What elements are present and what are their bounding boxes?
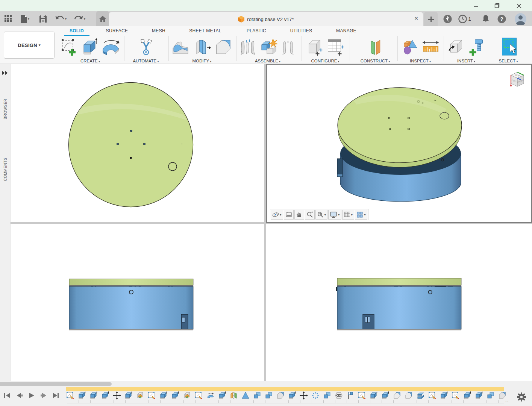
as-built-joint-icon[interactable] [281, 38, 296, 58]
timeline-settings-button[interactable] [517, 392, 526, 403]
timeline-feature-sketch[interactable] [66, 391, 75, 400]
timeline-feature-move[interactable] [300, 391, 309, 400]
zoom-button[interactable] [305, 210, 315, 220]
construction-plane-icon[interactable] [367, 38, 384, 58]
timeline-feature-extrude[interactable] [288, 391, 297, 400]
timeline-feature-pattern[interactable] [311, 391, 320, 400]
group-select-label[interactable]: SELECT [499, 59, 518, 63]
measure-icon[interactable] [401, 38, 418, 58]
timeline-feature-join[interactable] [253, 391, 262, 400]
comments-rail-label[interactable]: COMMENTS [3, 171, 8, 181]
tab-manage[interactable]: MANAGE [336, 28, 356, 33]
insert-derive-icon[interactable] [448, 38, 464, 58]
timeline-feature-fillet[interactable] [393, 391, 402, 400]
pan-button[interactable] [294, 210, 304, 220]
timeline-feature-extrude[interactable] [78, 391, 87, 400]
timeline-feature-sketch[interactable] [428, 391, 437, 400]
timeline-feature-revolve[interactable] [206, 391, 215, 400]
job-status-button[interactable]: 1 [456, 11, 474, 26]
close-button[interactable] [510, 0, 527, 11]
timeline-feature-sketch[interactable] [358, 391, 367, 400]
group-modify-label[interactable]: MODIFY [171, 59, 232, 63]
document-tab[interactable]: rotating base V2 v17* ✕ [109, 12, 423, 26]
timeline-feature-sketch[interactable] [195, 391, 204, 400]
viewport-top-view[interactable] [11, 64, 264, 222]
extrude-icon[interactable] [81, 38, 98, 58]
extensions-button[interactable] [442, 11, 453, 26]
timeline-feature-join[interactable] [265, 391, 274, 400]
redo-button[interactable]: ▾ [71, 11, 88, 26]
timeline-feature-extrude[interactable] [440, 391, 449, 400]
account-button[interactable] [514, 11, 527, 26]
create-sketch-icon[interactable] [60, 38, 77, 58]
tab-utilities[interactable]: UTILITIES [290, 28, 312, 33]
tab-surface[interactable]: SURFACE [106, 28, 128, 33]
section-analysis-ruler-icon[interactable] [422, 38, 440, 58]
viewports-button[interactable]: ▾ [355, 210, 367, 220]
timeline-feature-mirror[interactable] [230, 391, 239, 400]
app-grid-button[interactable] [2, 11, 14, 26]
new-tab-button[interactable] [424, 12, 438, 26]
viewport-iso-view[interactable]: TOP LEFT FRONT ▾ ▾ [266, 64, 532, 223]
timeline-feature-extrude[interactable] [101, 391, 110, 400]
display-settings-button[interactable]: ▾ [328, 210, 341, 220]
workspace-selector[interactable]: DESIGN [4, 32, 55, 59]
minimize-button[interactable] [467, 0, 485, 11]
timeline-feature-flag[interactable] [346, 391, 355, 400]
timeline-feature-fillet[interactable] [405, 391, 414, 400]
timeline-feature-extrude[interactable] [124, 391, 133, 400]
timeline-feature-combine[interactable] [136, 391, 145, 400]
file-menu-button[interactable]: ▾ [17, 11, 32, 26]
notifications-button[interactable] [480, 11, 492, 26]
group-assemble-label[interactable]: ASSEMBLE [239, 59, 296, 63]
new-component-icon[interactable] [259, 38, 277, 58]
insert-fastener-icon[interactable] [468, 38, 485, 58]
tab-close-icon[interactable]: ✕ [414, 15, 418, 21]
undo-button[interactable]: ▾ [53, 11, 69, 26]
timeline-feature-extrude[interactable] [463, 391, 472, 400]
timeline-feature-extrude[interactable] [370, 391, 379, 400]
fit-button[interactable]: ▾ [315, 210, 328, 220]
group-automate-label[interactable]: AUTOMATE [133, 59, 159, 63]
grid-and-snaps-button[interactable]: ▾ [342, 210, 355, 220]
home-button[interactable] [96, 11, 109, 26]
orbit-button[interactable]: ▾ [271, 210, 283, 220]
timeline-feature-join[interactable] [323, 391, 332, 400]
timeline-feature-extrude[interactable] [89, 391, 99, 400]
timeline-feature-extrude[interactable] [159, 391, 168, 400]
automate-icon[interactable] [137, 38, 155, 58]
offset-face-icon[interactable] [193, 38, 211, 58]
expand-panel-button[interactable] [2, 70, 8, 77]
timeline-feature-sketch[interactable] [148, 391, 157, 400]
group-inspect-label[interactable]: INSPECT [401, 59, 440, 63]
timeline-feature-chamfer[interactable] [276, 391, 285, 400]
timeline-feature-join[interactable] [487, 391, 496, 400]
viewport-side-view[interactable] [266, 224, 532, 381]
viewport-front-view[interactable] [11, 224, 264, 381]
timeline-feature-extrude[interactable] [171, 391, 180, 400]
group-configure-label[interactable]: CONFIGURE [307, 59, 344, 63]
timeline-feature-split[interactable] [417, 391, 426, 400]
help-button[interactable]: ? [496, 11, 508, 26]
timeline-feature-combine[interactable] [183, 391, 192, 400]
group-create-label[interactable]: CREATE [60, 59, 120, 63]
timeline-feature-loft[interactable] [241, 391, 250, 400]
configuration-table-icon[interactable] [327, 38, 344, 58]
revolve-icon[interactable] [102, 38, 120, 58]
tab-sheet-metal[interactable]: SHEET METAL [189, 28, 221, 33]
look-at-button[interactable] [284, 210, 294, 220]
tab-solid[interactable]: SOLID [70, 28, 84, 33]
fillet-icon[interactable] [214, 38, 232, 58]
tab-mesh[interactable]: MESH [152, 28, 165, 33]
timeline-feature-sketch[interactable] [452, 391, 461, 400]
restore-button[interactable] [488, 0, 506, 11]
timeline-feature-extrude[interactable] [381, 391, 390, 400]
group-construct-label[interactable]: CONSTRUCT [361, 59, 390, 63]
timeline-feature-link[interactable] [335, 391, 344, 400]
group-insert-label[interactable]: INSERT [448, 59, 485, 63]
timeline-feature-extrude[interactable] [475, 391, 484, 400]
select-icon[interactable] [500, 37, 517, 58]
press-pull-icon[interactable] [171, 38, 189, 58]
joint-icon[interactable] [239, 38, 256, 58]
browser-rail-label[interactable]: BROWSER [3, 109, 8, 120]
